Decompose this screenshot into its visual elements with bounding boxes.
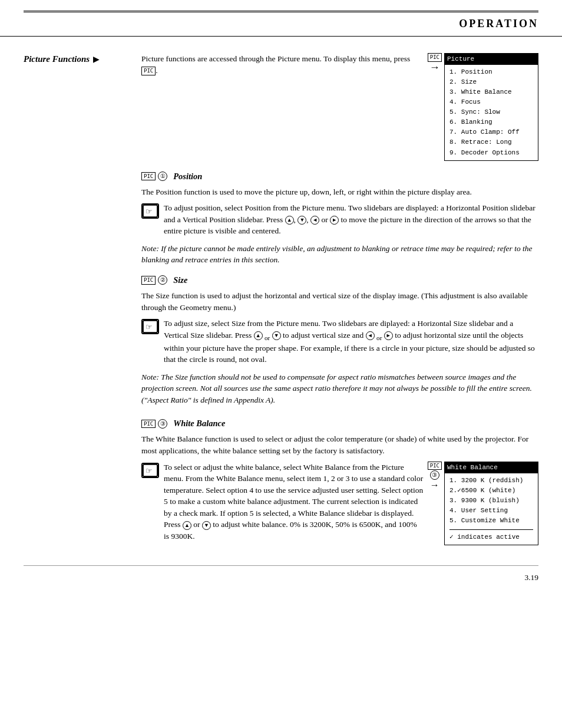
white-balance-section: PIC ③ White Balance The White Balance fu… bbox=[141, 417, 538, 545]
picture-menu-box: PIC → Picture 1. Position 2. Size 3. Whi… bbox=[428, 53, 538, 160]
position-header: PIC ① Position bbox=[141, 170, 538, 183]
position-pic-icon: PIC bbox=[141, 172, 156, 181]
header: OPERATION bbox=[0, 12, 562, 37]
wb-tip-area: ☞ To select or adjust the white balance,… bbox=[141, 462, 538, 545]
svg-text:☞: ☞ bbox=[146, 466, 153, 475]
position-title: Position bbox=[173, 170, 202, 183]
btn-up2: ▲ bbox=[254, 331, 263, 340]
position-body: The Position function is used to move th… bbox=[141, 186, 538, 198]
wb-menu-area: PIC ③ → White Balance 1. 3200 K (reddish… bbox=[428, 462, 538, 545]
position-tip-icon: ☞ bbox=[141, 203, 159, 219]
num-icon-wb-menu: ③ bbox=[430, 470, 439, 480]
menu-item-2: 2. Size bbox=[449, 77, 533, 87]
wb-header: PIC ③ White Balance bbox=[141, 417, 538, 430]
size-pic-icon: PIC bbox=[141, 276, 156, 285]
wb-item-3: 3. 9300 K (bluish) bbox=[449, 496, 533, 506]
size-tip-icon: ☞ bbox=[141, 319, 159, 334]
arrow-menu-icon: → bbox=[429, 62, 440, 73]
size-title: Size bbox=[173, 274, 187, 286]
btn-down3: ▼ bbox=[202, 521, 211, 530]
size-section: PIC ② Size The Size function is used to … bbox=[141, 274, 538, 406]
btn-left: ◄ bbox=[310, 216, 319, 225]
svg-text:☞: ☞ bbox=[146, 207, 153, 216]
menu-item-6: 6. Blanking bbox=[449, 117, 533, 127]
page-number-row: 3.19 bbox=[0, 566, 562, 589]
menu-item-7: 7. Auto Clamp: Off bbox=[449, 127, 533, 137]
pic-icon-intro: PIC bbox=[141, 67, 156, 75]
intro-text: Picture functions are accessed through t… bbox=[141, 54, 410, 75]
intro-text-block: Picture functions are accessed through t… bbox=[141, 53, 423, 76]
size-tip-row: ☞ To adjust size, select Size from the P… bbox=[141, 318, 538, 365]
btn-right: ► bbox=[330, 216, 339, 225]
left-column: Picture Functions ▶ bbox=[24, 53, 141, 554]
position-tip-text: To adjust position, select Position from… bbox=[164, 202, 538, 237]
pic-icon-menu: PIC bbox=[428, 53, 442, 62]
picture-menu-title: Picture bbox=[445, 54, 538, 65]
menu-item-5: 5. Sync: Slow bbox=[449, 107, 533, 117]
btn-up: ▲ bbox=[285, 216, 294, 225]
picture-menu: Picture 1. Position 2. Size 3. White Bal… bbox=[444, 53, 538, 160]
btn-left2: ◄ bbox=[366, 331, 375, 340]
wb-num-icon: ③ bbox=[158, 419, 167, 429]
position-num-icon: ① bbox=[158, 172, 167, 181]
header-title: OPERATION bbox=[459, 16, 538, 31]
right-column: Picture functions are accessed through t… bbox=[141, 53, 538, 554]
size-tip-text: To adjust size, select Size from the Pic… bbox=[164, 318, 538, 365]
wb-tip-icon: ☞ bbox=[141, 463, 159, 478]
btn-down: ▼ bbox=[297, 216, 306, 225]
btn-right2: ► bbox=[384, 331, 393, 340]
size-num-icon: ② bbox=[158, 275, 167, 285]
btn-up3: ▲ bbox=[183, 521, 191, 530]
wb-item-1: 1. 3200 K (reddish) bbox=[449, 476, 533, 486]
position-section: PIC ① Position The Position function is … bbox=[141, 170, 538, 266]
position-tip-row: ☞ To adjust position, select Position fr… bbox=[141, 202, 538, 237]
menu-item-1: 1. Position bbox=[449, 67, 533, 77]
pic-icon-wb-menu: PIC bbox=[428, 462, 442, 470]
menu-item-9: 9. Decoder Options bbox=[449, 148, 533, 158]
wb-pic-icon: PIC bbox=[141, 420, 156, 429]
wb-tip-inline: To select or adjust the white balance, s… bbox=[164, 462, 538, 545]
size-body: The Size function is used to adjust the … bbox=[141, 290, 538, 313]
wb-icon-group: PIC ③ bbox=[141, 419, 167, 429]
wb-item-footer: ✓ indicates active bbox=[449, 529, 533, 542]
wb-menu-box: White Balance 1. 3200 K (reddish) 2.✓650… bbox=[444, 462, 538, 545]
wb-item-4: 4. User Setting bbox=[449, 506, 533, 516]
size-note: Note: The Size function should not be us… bbox=[141, 371, 538, 406]
btn-down2: ▼ bbox=[272, 331, 281, 340]
menu-item-8: 8. Retrace: Long bbox=[449, 137, 533, 147]
position-note: Note: If the picture cannot be made enti… bbox=[141, 243, 538, 266]
picture-functions-label: Picture Functions bbox=[24, 53, 90, 66]
menu-item-4: 4. Focus bbox=[449, 97, 533, 107]
wb-item-2: 2.✓6500 K (white) bbox=[449, 486, 533, 496]
arrow-wb-icon: → bbox=[430, 480, 439, 490]
wb-item-5: 5. Customize White bbox=[449, 516, 533, 526]
section-title-block: Picture Functions ▶ bbox=[24, 53, 141, 66]
wb-title: White Balance bbox=[173, 417, 225, 430]
content-area: Picture Functions ▶ Picture functions ar… bbox=[0, 37, 562, 565]
wb-body: The White Balance function is used to se… bbox=[141, 433, 538, 456]
size-icon-group: PIC ② bbox=[141, 275, 167, 285]
page-number: 3.19 bbox=[524, 572, 538, 584]
size-header: PIC ② Size bbox=[141, 274, 538, 286]
svg-text:☞: ☞ bbox=[146, 322, 153, 331]
position-icon-group: PIC ① bbox=[141, 172, 167, 181]
wb-tip-content: To select or adjust the white balance, s… bbox=[164, 462, 538, 545]
menu-item-3: 3. White Balance bbox=[449, 87, 533, 97]
intro-row: Picture functions are accessed through t… bbox=[141, 53, 538, 160]
wb-menu-title: White Balance bbox=[445, 462, 538, 473]
wb-tip-text: To select or adjust the white balance, s… bbox=[164, 462, 424, 542]
arrow-right-icon: ▶ bbox=[93, 54, 100, 65]
